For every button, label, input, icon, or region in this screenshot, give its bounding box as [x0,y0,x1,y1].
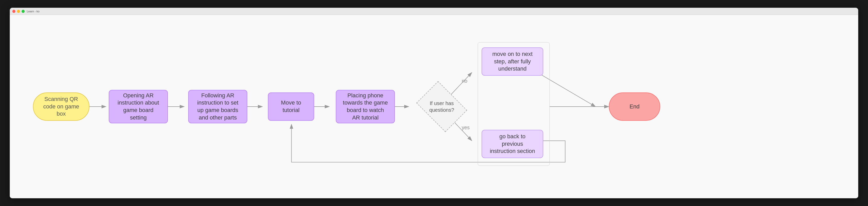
step3-label: Move to tutorial [275,99,308,114]
app-window: Learn - ko [10,8,858,198]
branch-no-node: move on to next step, after fully unders… [482,47,543,76]
close-button[interactable] [12,10,16,13]
window-title: Learn - ko [27,10,40,13]
flowchart-wrapper: no yes Scanning QR code on game box Open… [30,27,838,186]
svg-text:no: no [462,78,467,84]
title-bar: Learn - ko [10,8,858,15]
window-controls [12,10,25,13]
branch-yes-node: go back to previous instruction section [482,130,543,158]
start-node: Scanning QR code on game box [33,93,90,121]
end-node: End [609,93,660,121]
flowchart-canvas: no yes Scanning QR code on game box Open… [10,15,858,198]
minimize-button[interactable] [17,10,20,13]
start-label: Scanning QR code on game box [41,96,81,118]
step4-node: Placing phone towards the game board to … [336,90,395,123]
step1-label: Opening AR instruction about game board … [116,92,161,121]
end-label: End [629,103,640,110]
branch-no-label: move on to next step, after fully unders… [488,50,536,73]
decision-label: If user has questions? [425,100,458,113]
step3-node: Move to tutorial [268,93,314,121]
step1-node: Opening AR instruction about game board … [109,90,168,123]
decision-node: If user has questions? [416,86,467,127]
step4-label: Placing phone towards the game board to … [342,92,388,121]
branch-yes-label: go back to previous instruction section [488,133,536,155]
step2-node: Following AR instruction to set up game … [188,90,247,123]
maximize-button[interactable] [22,10,25,13]
step2-label: Following AR instruction to set up game … [195,92,241,121]
svg-line-7 [537,73,595,107]
